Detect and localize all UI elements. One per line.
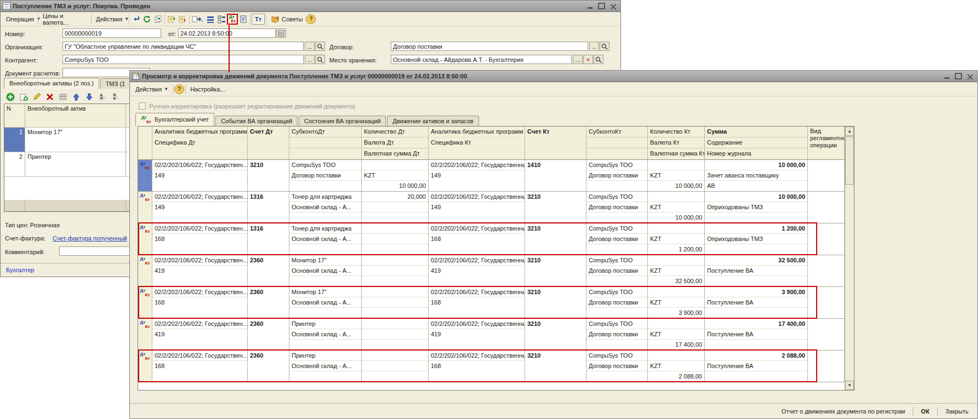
export-prices-icon[interactable] (177, 14, 188, 25)
dt-qty-cell[interactable] (362, 287, 428, 297)
storage-clear-icon[interactable]: × (583, 55, 593, 64)
vid-cell[interactable] (808, 319, 845, 350)
dt-account-cell[interactable]: 2360 (248, 351, 289, 381)
dt-cur-amount-cell[interactable] (362, 244, 428, 255)
number-input[interactable]: 00000000019 (62, 28, 161, 38)
help-icon[interactable]: ? (174, 84, 184, 94)
row-number-cell[interactable]: 2 (4, 152, 25, 176)
kt-qty-cell[interactable] (648, 160, 704, 170)
dt-cur-amount-cell[interactable]: 10 000,00 (362, 181, 428, 191)
col-kt-currency[interactable]: Валюта Кт (648, 137, 704, 148)
dt-currency-cell[interactable] (362, 329, 428, 340)
vid-cell[interactable] (808, 287, 845, 318)
kt-cur-amount-cell[interactable]: 3 900,00 (648, 308, 704, 318)
kt-account-cell[interactable]: 3210 (525, 319, 586, 349)
settings-button[interactable]: Настройка... (187, 84, 228, 94)
organization-search-icon[interactable] (315, 42, 325, 51)
help-icon[interactable]: ? (306, 14, 316, 24)
kt-subconto2-cell[interactable]: Договор поставки (586, 234, 647, 244)
kt-specifics-cell[interactable]: 168 (429, 297, 525, 318)
tab-va-states[interactable]: Состояния ВА организаций (299, 116, 386, 126)
contract-select-button[interactable]: ... (589, 42, 599, 51)
kt-qty-cell[interactable] (648, 255, 704, 266)
col-dt-subconto[interactable]: СубконтоДт (289, 127, 361, 137)
dt-account-cell[interactable]: 2360 (248, 255, 289, 286)
dt-specifics-cell[interactable]: 419 (152, 266, 247, 286)
dt-currency-cell[interactable]: KZT (362, 170, 428, 181)
dt-subconto1-cell[interactable]: Принтер (289, 351, 361, 361)
table-row[interactable]: ДтКт 02/2/202/106/022; Государствен... 4… (138, 255, 854, 287)
dt-subconto2-cell[interactable]: Основной склад - А... (289, 297, 361, 308)
actions-menu[interactable]: Действия▼ (93, 14, 128, 24)
column-header-asset[interactable]: Внеоборотный актив (25, 104, 126, 127)
kt-account-cell[interactable]: 3210 (525, 351, 586, 381)
kt-specifics-cell[interactable]: 149 (429, 170, 525, 191)
table-row[interactable]: ДтКт 02/2/202/106/022; Государствен... 4… (138, 319, 854, 351)
col-dt-analytics[interactable]: Аналитика бюджетных программ... (152, 127, 247, 137)
dt-subconto1-cell[interactable]: Принтер (289, 319, 361, 329)
dt-currency-cell[interactable] (362, 297, 428, 308)
move-up-icon[interactable] (71, 91, 82, 102)
dt-specifics-cell[interactable]: 149 (152, 170, 247, 191)
kt-analytics-cell[interactable]: 02/2/202/106/022; Государственный ... (429, 192, 525, 202)
dt-cur-amount-cell[interactable] (362, 371, 428, 382)
row-dtkt-icon-cell[interactable]: ДтКт (138, 192, 152, 223)
delete-row-icon[interactable] (44, 91, 55, 102)
amount-cell[interactable]: 1 200,00 (705, 223, 807, 234)
row-dtkt-icon-cell[interactable]: ДтКт (138, 255, 152, 286)
dt-subconto1-cell[interactable]: Монитор 17" (289, 287, 361, 297)
organization-select-button[interactable]: ... (305, 42, 315, 51)
storage-select-button[interactable]: ... (573, 55, 583, 64)
kt-qty-cell[interactable] (648, 287, 704, 297)
prices-currency-button[interactable]: Цены и валюта... (39, 11, 90, 27)
calendar-icon[interactable] (276, 28, 286, 38)
dt-cur-amount-cell[interactable] (362, 340, 428, 350)
kt-subconto1-cell[interactable]: CompuSys ТОО (586, 192, 647, 202)
dt-subconto1-cell[interactable]: Монитор 17" (289, 255, 361, 266)
storage-search-icon[interactable] (594, 55, 603, 64)
dt-subconto1-cell[interactable]: Тонер для картриджа (289, 192, 361, 202)
dt-subconto2-cell[interactable]: Основной склад - А... (289, 202, 361, 213)
col-content[interactable]: Содержание (705, 137, 807, 148)
dt-account-cell[interactable]: 3210 (248, 160, 289, 191)
refresh-icon[interactable] (141, 14, 152, 25)
dt-qty-cell[interactable] (362, 351, 428, 361)
actions-menu[interactable]: Действия▼ (132, 84, 172, 94)
dt-specifics-cell[interactable]: 168 (152, 234, 247, 254)
kt-specifics-cell[interactable]: 168 (429, 234, 525, 254)
content-cell[interactable]: Зачет аванса поставщику (705, 170, 807, 181)
col-kt-cur-amount[interactable]: Валютная сумма Кт (648, 148, 704, 159)
kt-specifics-cell[interactable]: 149 (429, 202, 525, 222)
dt-qty-cell[interactable] (362, 160, 428, 170)
kt-specifics-cell[interactable]: 419 (429, 329, 525, 349)
dt-account-cell[interactable]: 2360 (248, 319, 289, 349)
content-cell[interactable]: Оприходованы ТМЗ (705, 234, 807, 244)
move-down-icon[interactable] (84, 91, 95, 102)
row-dtkt-icon-cell[interactable]: ДтКт (138, 287, 152, 318)
counterparty-search-icon[interactable] (315, 55, 325, 64)
kt-specifics-cell[interactable]: 419 (429, 266, 525, 286)
content-cell[interactable]: Поступление ВА (705, 361, 807, 371)
kt-subconto2-cell[interactable]: Договор поставки (586, 202, 647, 213)
kt-cur-amount-cell[interactable]: 17 400,00 (648, 340, 704, 350)
add-row-icon[interactable] (5, 91, 16, 102)
kt-qty-cell[interactable] (648, 192, 704, 202)
journal-cell[interactable]: АВ (705, 181, 807, 191)
tab-tmz[interactable]: ТМЗ (1 (100, 78, 130, 89)
kt-qty-cell[interactable] (648, 351, 704, 361)
tab-va-events[interactable]: События ВА организаций (215, 116, 298, 126)
dt-analytics-cell[interactable]: 02/2/202/106/022; Государствен... (152, 255, 247, 266)
dt-specifics-cell[interactable]: 168 (152, 361, 247, 381)
dt-subconto1-cell[interactable]: CompuSys ТОО (289, 160, 361, 170)
dt-subconto2-cell[interactable]: Основной склад - А... (289, 361, 361, 371)
table-row[interactable]: ДтКт 02/2/202/106/022; Государствен... 1… (138, 160, 854, 192)
dt-cur-amount-cell[interactable] (362, 213, 428, 223)
amount-cell[interactable]: 3 900,00 (705, 287, 807, 297)
kt-currency-cell[interactable]: KZT (648, 297, 704, 308)
dt-currency-cell[interactable] (362, 361, 428, 371)
register-report-button[interactable]: Отчет о движениях документа по регистрам (778, 406, 909, 416)
copy-icon[interactable] (152, 14, 163, 25)
col-amount[interactable]: Сумма (705, 127, 807, 137)
col-vid[interactable]: Вид регламентной операции (808, 127, 844, 159)
amount-cell[interactable]: 32 500,00 (705, 255, 807, 266)
